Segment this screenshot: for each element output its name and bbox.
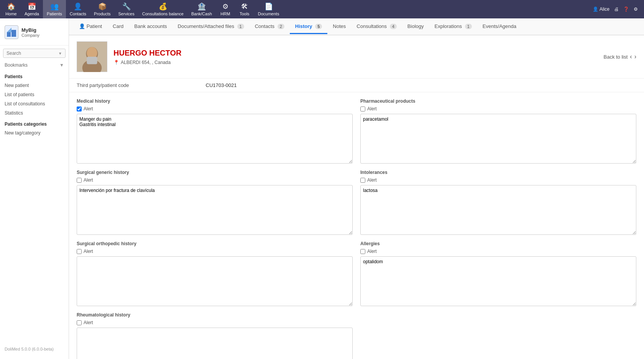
history-row-4: Rheumatological history Alert bbox=[77, 312, 636, 359]
pharmaceutical-textarea[interactable]: paracetamol bbox=[360, 114, 636, 164]
help-icon[interactable]: ❓ bbox=[623, 7, 629, 12]
tab-consultations[interactable]: Consultations 4 bbox=[351, 20, 402, 34]
surgical-generic-textarea[interactable]: Intervención por fractura de clavícula bbox=[77, 185, 353, 235]
tab-biology[interactable]: Biology bbox=[402, 20, 429, 34]
history-row-2: Surgical generic history Alert Intervenc… bbox=[77, 170, 636, 235]
intolerances-textarea[interactable]: lactosa bbox=[360, 185, 636, 235]
tab-patient[interactable]: 👤 Patient bbox=[74, 20, 107, 34]
medical-history-textarea[interactable]: Manger du pain Gastritis intestinal bbox=[77, 114, 353, 164]
version-label: DoliMed 5.0.0 (6.0.0-beta) bbox=[0, 342, 69, 356]
rheumatological-textarea[interactable] bbox=[77, 328, 353, 359]
surgical-orthopedic-alert: Alert bbox=[77, 249, 353, 254]
sidebar-logo: MyBig Company bbox=[0, 21, 69, 46]
services-icon: 🔧 bbox=[122, 2, 131, 11]
sidebar-item-list-patients[interactable]: List of patients bbox=[0, 90, 69, 99]
nav-tools[interactable]: 🛠 Tools bbox=[235, 0, 254, 18]
prev-record-icon[interactable]: ‹ bbox=[630, 53, 632, 60]
documents-icon: 📄 bbox=[264, 2, 273, 11]
surgical-generic-label: Surgical generic history bbox=[77, 170, 353, 175]
tab-explorations[interactable]: Explorations 1 bbox=[429, 20, 477, 34]
nav-documents[interactable]: 📄 Documents bbox=[254, 0, 283, 18]
sidebar-item-new-patient[interactable]: New patient bbox=[0, 81, 69, 90]
sidebar-item-list-consultations[interactable]: List of consultations bbox=[0, 99, 69, 108]
surgical-generic-checkbox[interactable] bbox=[77, 178, 82, 183]
nav-patients-label: Patients bbox=[47, 11, 62, 16]
settings-icon[interactable]: ⚙ bbox=[634, 7, 638, 12]
history-badge: 5 bbox=[315, 24, 322, 29]
tab-bank-accounts[interactable]: Bank accounts bbox=[129, 20, 172, 34]
tab-history[interactable]: History 5 bbox=[290, 20, 328, 34]
rheumatological-col: Rheumatological history Alert bbox=[77, 312, 353, 359]
tab-events-agenda[interactable]: Events/Agenda bbox=[477, 20, 522, 34]
pharmaceutical-alert: Alert bbox=[360, 106, 636, 111]
documents-badge: 1 bbox=[237, 24, 244, 29]
main-content: 👤 Patient Card Bank accounts Documents/A… bbox=[69, 18, 644, 359]
surgical-generic-alert: Alert bbox=[77, 177, 353, 183]
bookmarks-arrow-icon[interactable]: ▼ bbox=[59, 62, 64, 68]
tab-documents[interactable]: Documents/Attached files 1 bbox=[172, 20, 250, 34]
contacts-badge: 2 bbox=[278, 24, 284, 29]
back-to-list[interactable]: Back to list ‹ › bbox=[603, 53, 636, 60]
nav-hrm-label: HRM bbox=[220, 11, 230, 16]
nav-services[interactable]: 🔧 Services bbox=[115, 0, 138, 18]
logo-text: MyBig Company bbox=[21, 27, 39, 38]
svg-rect-1 bbox=[12, 30, 16, 37]
logo-svg bbox=[6, 27, 17, 38]
user-name: 👤 Alice bbox=[593, 7, 610, 12]
allergies-checkbox[interactable] bbox=[360, 249, 365, 254]
tab-notes[interactable]: Notes bbox=[327, 20, 351, 34]
sidebar-item-statistics[interactable]: Statistics bbox=[0, 108, 69, 118]
nav-agenda[interactable]: 📅 Agenda bbox=[21, 0, 43, 18]
explorations-badge: 1 bbox=[465, 24, 472, 29]
next-record-icon[interactable]: › bbox=[634, 53, 636, 60]
medical-history-alert-checkbox[interactable] bbox=[77, 107, 82, 111]
svg-rect-0 bbox=[7, 32, 11, 37]
sidebar-item-new-tag[interactable]: New tag/category bbox=[0, 128, 69, 138]
consultations-badge: 4 bbox=[390, 24, 397, 29]
categories-section-title: Patients categories bbox=[0, 118, 69, 128]
surgical-orthopedic-checkbox[interactable] bbox=[77, 249, 82, 254]
svg-rect-7 bbox=[87, 57, 97, 64]
patient-name: HUERGO HECTOR bbox=[113, 49, 597, 57]
search-input[interactable] bbox=[7, 51, 58, 56]
intolerances-col: Intolerances Alert lactosa bbox=[360, 170, 636, 235]
patient-tabs: 👤 Patient Card Bank accounts Documents/A… bbox=[69, 18, 644, 35]
code-value: CU1703-0021 bbox=[206, 82, 237, 88]
nav-documents-label: Documents bbox=[258, 11, 279, 16]
pharmaceutical-alert-checkbox[interactable] bbox=[360, 107, 365, 111]
allergies-label: Allergies bbox=[360, 241, 636, 246]
search-dropdown-icon[interactable]: ▼ bbox=[58, 51, 62, 56]
nav-home[interactable]: 🏠 Home bbox=[2, 0, 21, 18]
allergies-textarea[interactable]: optalidom bbox=[360, 256, 636, 306]
sidebar-search-container[interactable]: ▼ bbox=[3, 49, 66, 58]
allergies-alert: Alert bbox=[360, 249, 636, 254]
nav-products[interactable]: 📦 Products bbox=[90, 0, 114, 18]
nav-hrm[interactable]: ⚙ HRM bbox=[216, 0, 235, 18]
nav-contacts[interactable]: 👤 Contacts bbox=[66, 0, 90, 18]
nav-bank-cash[interactable]: 🏦 Bank/Cash bbox=[187, 0, 216, 18]
rheumatological-checkbox[interactable] bbox=[77, 320, 82, 325]
patients-section-title: Patients bbox=[0, 71, 69, 81]
rheumatological-label: Rheumatological history bbox=[77, 312, 353, 318]
tab-card[interactable]: Card bbox=[107, 20, 129, 34]
contacts-icon: 👤 bbox=[74, 2, 82, 11]
medical-history-label: Medical history bbox=[77, 98, 353, 104]
intolerances-checkbox[interactable] bbox=[360, 178, 365, 183]
nav-consultations-balance[interactable]: 💰 Consultations balance bbox=[138, 0, 187, 18]
nav-services-label: Services bbox=[118, 11, 135, 16]
tools-icon: 🛠 bbox=[241, 3, 248, 11]
rheumatological-alert: Alert bbox=[77, 320, 353, 325]
patient-header: HUERGO HECTOR 📍 ALBERDI 654, , Canada Ba… bbox=[69, 35, 644, 79]
sidebar-bookmarks: Bookmarks ▼ bbox=[0, 61, 69, 71]
sidebar: MyBig Company ▼ Bookmarks ▼ Patients New… bbox=[0, 18, 69, 359]
nav-patients[interactable]: 👥 Patients bbox=[43, 0, 66, 18]
surgical-orthopedic-textarea[interactable] bbox=[77, 256, 353, 306]
products-icon: 📦 bbox=[98, 2, 107, 11]
medical-history-col: Medical history Alert Manger du pain Gas… bbox=[77, 98, 353, 164]
nav-tools-label: Tools bbox=[240, 11, 250, 16]
print-icon[interactable]: 🖨 bbox=[614, 7, 619, 12]
code-label: Third party/patient code bbox=[77, 82, 129, 88]
intolerances-label: Intolerances bbox=[360, 170, 636, 175]
pharmaceutical-col: Pharmaceutical products Alert paracetamo… bbox=[360, 98, 636, 164]
tab-contacts[interactable]: Contacts 2 bbox=[250, 20, 290, 34]
